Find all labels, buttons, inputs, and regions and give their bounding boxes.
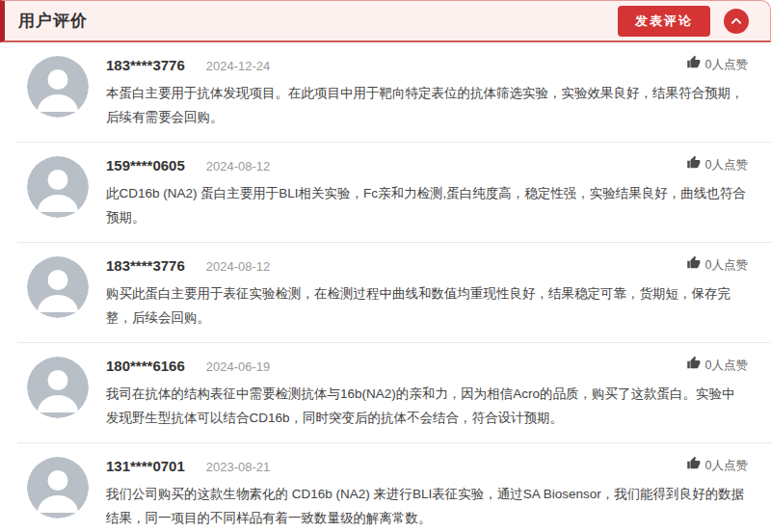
like-count: 0人点赞	[705, 358, 748, 374]
chevron-up-icon	[730, 14, 743, 28]
avatar	[27, 357, 89, 418]
review-body: 159****0605 2024-08-12 0人点赞 此CD16b (NA2)…	[106, 156, 771, 229]
review-row: 183****3776 2024-08-12 0人点赞 购买此蛋白主要用于表征实…	[17, 243, 771, 343]
review-row: 131****0701 2023-08-21 0人点赞 我们公司购买的这款生物素…	[17, 443, 771, 532]
review-body: 131****0701 2023-08-21 0人点赞 我们公司购买的这款生物素…	[106, 457, 771, 530]
reviewer-name: 183****3776	[106, 57, 185, 73]
like-count: 0人点赞	[705, 257, 748, 274]
review-text: 本蛋白主要用于抗体发现项目。在此项目中用于靶向特定表位的抗体筛选实验，实验效果良…	[106, 81, 748, 129]
like-button[interactable]: 0人点赞	[686, 457, 748, 474]
review-head: 180****6166 2024-06-19 0人点赞	[106, 357, 771, 374]
reviews-section-header: 用户评价 发表评论	[0, 0, 771, 42]
review-date: 2023-08-21	[206, 460, 271, 474]
thumbs-up-icon	[686, 56, 705, 73]
thumbs-up-icon	[686, 256, 705, 274]
reviewer-name: 183****3776	[106, 257, 185, 274]
review-body: 183****3776 2024-08-12 0人点赞 购买此蛋白主要用于表征实…	[106, 256, 771, 330]
avatar	[27, 256, 89, 318]
review-head: 183****3776 2024-12-24 0人点赞	[106, 56, 771, 73]
like-count: 0人点赞	[705, 57, 748, 73]
review-text: 此CD16b (NA2) 蛋白主要用于BLI相关实验，Fc亲和力检测,蛋白纯度高…	[106, 181, 748, 229]
reviewer-name: 180****6166	[106, 358, 185, 374]
section-title: 用户评价	[18, 10, 88, 32]
avatar	[27, 156, 89, 218]
review-list: 183****3776 2024-12-24 0人点赞 本蛋白主要用于抗体发现项…	[0, 42, 771, 532]
review-head: 183****3776 2024-08-12 0人点赞	[106, 256, 771, 274]
post-comment-button[interactable]: 发表评论	[618, 6, 710, 37]
reviewer-name: 159****0605	[106, 157, 185, 173]
review-head: 131****0701 2023-08-21 0人点赞	[106, 457, 771, 474]
like-button[interactable]: 0人点赞	[686, 256, 748, 274]
review-text: 我司在抗体的结构表征中需要检测抗体与16b(NA2)的亲和力，因为相信Acro的…	[106, 382, 748, 430]
like-count: 0人点赞	[705, 458, 748, 474]
review-date: 2024-08-12	[206, 159, 271, 173]
person-icon	[27, 56, 89, 118]
review-text: 购买此蛋白主要用于表征实验检测，在检测过程中曲线和数值均重现性良好，结果稳定可靠…	[106, 281, 748, 330]
reviewer-name: 131****0701	[106, 458, 185, 474]
person-icon	[27, 357, 89, 418]
review-date: 2024-12-24	[206, 59, 271, 73]
avatar	[27, 56, 89, 118]
like-button[interactable]: 0人点赞	[686, 357, 748, 374]
review-row: 183****3776 2024-12-24 0人点赞 本蛋白主要用于抗体发现项…	[17, 42, 771, 143]
review-head: 159****0605 2024-08-12 0人点赞	[106, 156, 771, 173]
review-body: 183****3776 2024-12-24 0人点赞 本蛋白主要用于抗体发现项…	[106, 56, 771, 129]
review-row: 180****6166 2024-06-19 0人点赞 我司在抗体的结构表征中需…	[17, 343, 771, 443]
thumbs-up-icon	[686, 357, 705, 374]
person-icon	[27, 156, 89, 218]
thumbs-up-icon	[686, 156, 705, 173]
review-date: 2024-08-12	[206, 259, 271, 274]
avatar	[27, 457, 89, 519]
review-row: 159****0605 2024-08-12 0人点赞 此CD16b (NA2)…	[17, 143, 771, 243]
person-icon	[27, 256, 89, 318]
like-count: 0人点赞	[705, 157, 748, 173]
review-text: 我们公司购买的这款生物素化的 CD16b (NA2) 来进行BLI表征实验，通过…	[106, 482, 748, 530]
review-body: 180****6166 2024-06-19 0人点赞 我司在抗体的结构表征中需…	[106, 357, 771, 430]
review-date: 2024-06-19	[206, 359, 271, 374]
scroll-to-top-button[interactable]	[724, 9, 749, 34]
like-button[interactable]: 0人点赞	[686, 156, 748, 173]
thumbs-up-icon	[686, 457, 705, 474]
like-button[interactable]: 0人点赞	[686, 56, 748, 73]
person-icon	[27, 457, 89, 519]
